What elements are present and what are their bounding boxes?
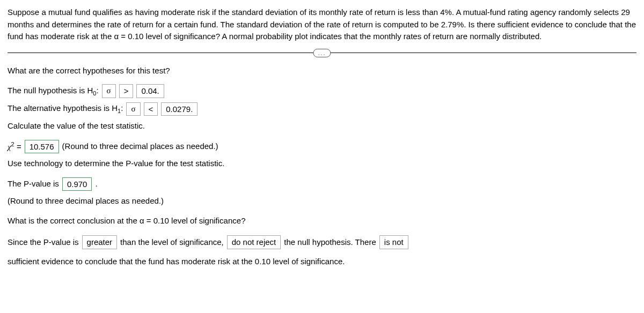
chi-note: (Round to three decimal places as needed… bbox=[62, 140, 218, 153]
colon: : bbox=[96, 86, 98, 95]
pvalue-line: The P-value is 0.970 . bbox=[8, 177, 636, 191]
null-hypothesis-line: The null hypothesis is H0: σ > 0.04. bbox=[8, 84, 636, 98]
null-label: The null hypothesis is H0: bbox=[8, 85, 99, 98]
pvalue-question: Use technology to determine the P-value … bbox=[8, 158, 636, 170]
concl-select-3[interactable]: is not bbox=[379, 235, 408, 249]
problem-statement: Suppose a mutual fund qualifies as havin… bbox=[8, 6, 636, 43]
concl-text-4: sufficient evidence to conclude that the… bbox=[8, 254, 345, 270]
h0-value-input[interactable]: 0.04. bbox=[136, 84, 164, 98]
concl-text-3: the null hypothesis. There bbox=[284, 234, 376, 250]
alt-prefix: The alternative hypothesis is H bbox=[8, 103, 118, 113]
h0-operator-select[interactable]: > bbox=[119, 84, 134, 98]
chi-square-label: χ2 = bbox=[8, 140, 21, 153]
concl-select-2[interactable]: do not reject bbox=[227, 235, 281, 249]
test-statistic-question: Calculate the value of the test statisti… bbox=[8, 120, 636, 132]
conclusion-line: Since the P-value is greater than the le… bbox=[8, 234, 636, 270]
h0-parameter-select[interactable]: σ bbox=[102, 84, 116, 98]
alt-hypothesis-line: The alternative hypothesis is H1: σ < 0.… bbox=[8, 102, 636, 116]
hypotheses-question: What are the correct hypotheses for this… bbox=[8, 65, 636, 77]
concl-select-1[interactable]: greater bbox=[82, 235, 118, 249]
pvalue-suffix: . bbox=[95, 178, 97, 190]
pvalue-prefix: The P-value is bbox=[8, 178, 59, 190]
h1-operator-select[interactable]: < bbox=[144, 102, 158, 116]
null-prefix: The null hypothesis is H bbox=[8, 86, 93, 95]
chi-square-line: χ2 = 10.576 (Round to three decimal plac… bbox=[8, 140, 636, 154]
chi-equals: = bbox=[14, 142, 21, 151]
concl-text-2: than the level of significance, bbox=[120, 234, 224, 250]
chi-symbol: χ bbox=[8, 143, 11, 151]
pvalue-note: (Round to three decimal places as needed… bbox=[8, 195, 636, 207]
alt-label: The alternative hypothesis is H1: bbox=[8, 102, 123, 116]
conclusion-question: What is the correct conclusion at the α … bbox=[8, 215, 636, 227]
concl-text-1: Since the P-value is bbox=[8, 234, 79, 250]
h1-value-input[interactable]: 0.0279. bbox=[161, 102, 197, 116]
divider-label: ... bbox=[313, 49, 331, 57]
h1-parameter-select[interactable]: σ bbox=[126, 102, 140, 116]
colon-2: : bbox=[121, 103, 123, 113]
section-divider: ... bbox=[8, 53, 636, 53]
chi-square-input[interactable]: 10.576 bbox=[25, 140, 59, 154]
pvalue-input[interactable]: 0.970 bbox=[62, 177, 92, 191]
